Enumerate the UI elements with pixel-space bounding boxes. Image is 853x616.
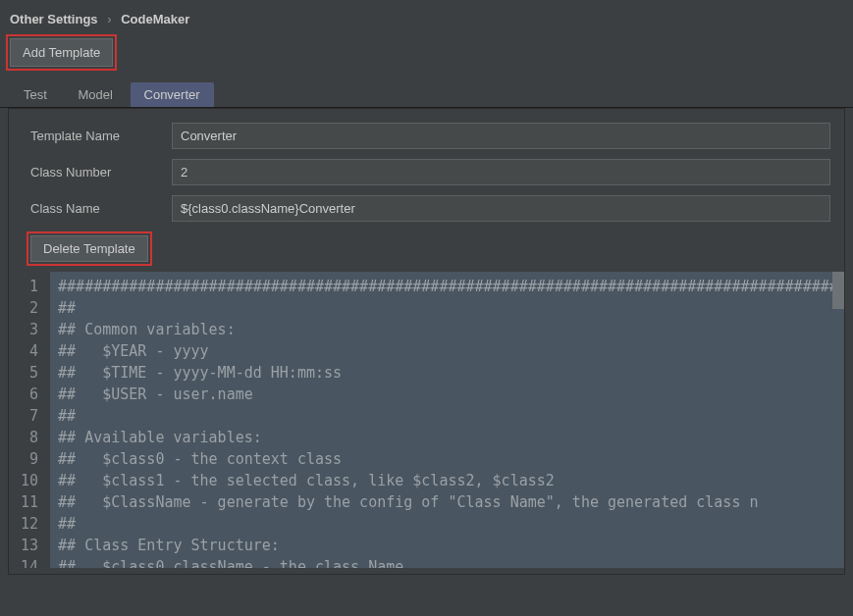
code-line[interactable]: ## [58, 513, 836, 535]
code-line[interactable]: ## $TIME - yyyy-MM-dd HH:mm:ss [58, 362, 836, 384]
code-line[interactable]: ## Class Entry Structure: [58, 535, 836, 556]
editor-scrollbar[interactable] [832, 272, 844, 309]
class-number-label: Class Number [30, 165, 172, 180]
chevron-right-icon: › [107, 12, 111, 26]
editor-gutter: 1234567891011121314 [9, 272, 50, 568]
line-number: 2 [21, 297, 38, 319]
line-number: 9 [21, 448, 38, 470]
line-number: 5 [21, 362, 38, 384]
line-number: 6 [21, 384, 38, 405]
breadcrumb: Other Settings › CodeMaker [0, 0, 853, 34]
line-number: 4 [21, 340, 38, 362]
template-name-label: Template Name [30, 128, 172, 143]
tabs: Test Model Converter [0, 82, 853, 108]
line-number: 14 [21, 556, 38, 568]
line-number: 3 [21, 319, 38, 340]
line-number: 10 [21, 470, 38, 491]
tab-model[interactable]: Model [64, 82, 126, 107]
tab-test[interactable]: Test [10, 82, 61, 107]
line-number: 7 [21, 405, 38, 427]
code-editor[interactable]: 1234567891011121314 ####################… [9, 272, 844, 568]
class-number-input[interactable] [172, 159, 830, 185]
breadcrumb-parent[interactable]: Other Settings [10, 12, 98, 26]
code-line[interactable]: ## [58, 297, 836, 319]
code-line[interactable]: ## [58, 405, 836, 427]
form-area: Template Name Class Number Class Name De… [8, 108, 845, 575]
tab-converter[interactable]: Converter [131, 82, 214, 107]
code-line[interactable]: ## $class0.className - the class Name [58, 556, 836, 568]
template-name-input[interactable] [172, 123, 830, 149]
delete-template-button[interactable]: Delete Template [30, 235, 148, 262]
code-line[interactable]: ## $ClassName - generate by the config o… [58, 491, 836, 513]
code-line[interactable]: ## $class0 - the context class [58, 448, 836, 470]
code-line[interactable]: ## Available variables: [58, 427, 836, 448]
line-number: 13 [21, 535, 38, 556]
breadcrumb-current: CodeMaker [121, 12, 189, 26]
code-line[interactable]: ########################################… [58, 276, 836, 297]
class-name-label: Class Name [30, 201, 172, 216]
code-line[interactable]: ## $USER - user.name [58, 384, 836, 405]
add-template-button[interactable]: Add Template [10, 38, 113, 67]
class-name-input[interactable] [172, 195, 830, 222]
code-line[interactable]: ## $YEAR - yyyy [58, 340, 836, 362]
editor-code[interactable]: ########################################… [50, 272, 844, 568]
line-number: 11 [21, 491, 38, 513]
code-line[interactable]: ## Common variables: [58, 319, 836, 340]
code-line[interactable]: ## $class1 - the selected class, like $c… [58, 470, 836, 491]
line-number: 8 [21, 427, 38, 448]
line-number: 12 [21, 513, 38, 535]
line-number: 1 [21, 276, 38, 297]
